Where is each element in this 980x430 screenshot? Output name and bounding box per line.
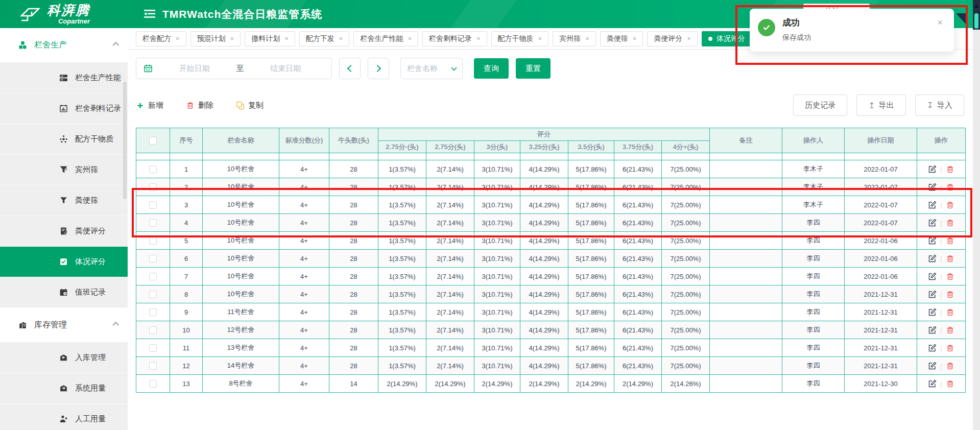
edit-icon[interactable] xyxy=(928,362,937,370)
delete-row-icon[interactable] xyxy=(946,219,954,227)
date-range-input[interactable]: 开始日期 至 结束日期 xyxy=(136,58,332,79)
scroll-up-arrow-icon[interactable] xyxy=(974,4,978,8)
end-date-placeholder[interactable]: 结束日期 xyxy=(247,64,325,74)
delete-row-icon[interactable] xyxy=(946,362,954,370)
edit-icon[interactable] xyxy=(928,308,937,317)
row-checkbox[interactable] xyxy=(149,308,157,316)
select-all-checkbox[interactable] xyxy=(149,137,157,145)
row-checkbox[interactable] xyxy=(149,362,157,370)
tab-栏舍剩料记录[interactable]: 栏舍剩料记录× xyxy=(422,31,487,46)
copy-button[interactable]: 复制 xyxy=(236,101,264,110)
edit-icon[interactable] xyxy=(928,344,937,352)
edit-icon[interactable] xyxy=(928,201,937,209)
tab-close-icon[interactable]: × xyxy=(284,35,289,42)
sidebar-item-粪便筛[interactable]: 粪便筛 xyxy=(0,185,128,216)
search-button[interactable]: 查询 xyxy=(474,58,509,79)
tab-close-icon[interactable]: × xyxy=(408,35,412,42)
tab-粪便评分[interactable]: 粪便评分× xyxy=(647,31,698,46)
tab-close-icon[interactable]: × xyxy=(176,35,180,42)
reset-button[interactable]: 重置 xyxy=(516,58,551,79)
edit-icon[interactable] xyxy=(928,379,937,388)
barn-name-select[interactable]: 栏舍名称 xyxy=(400,58,463,79)
sidebar-item-栏舍剩料记录[interactable]: 栏舍剩料记录 xyxy=(0,93,128,124)
scrollbar-thumb[interactable] xyxy=(974,13,978,29)
row-checkbox[interactable] xyxy=(149,201,157,209)
delete-row-icon[interactable] xyxy=(946,183,954,192)
row-checkbox[interactable] xyxy=(149,255,157,262)
row-checkbox[interactable] xyxy=(149,237,157,245)
tab-close-icon[interactable]: × xyxy=(585,35,589,42)
delete-row-icon[interactable] xyxy=(946,344,954,352)
edit-icon[interactable] xyxy=(928,219,937,227)
tab-粪便筛[interactable]: 粪便筛× xyxy=(600,31,643,46)
sidebar-item-人工用量[interactable]: 人工用量 xyxy=(0,404,128,430)
cell-standard: 4+ xyxy=(279,375,329,393)
sidebar-item-粪便评分[interactable]: 粪便评分 xyxy=(0,216,128,247)
delete-row-icon[interactable] xyxy=(946,201,954,209)
tab-close-icon[interactable]: × xyxy=(476,35,481,42)
cell-score: 1(3.57%) xyxy=(378,160,426,178)
sidebar-item-体况评分[interactable]: 体况评分 xyxy=(0,247,128,277)
tab-撒料计划[interactable]: 撒料计划× xyxy=(245,31,295,46)
delete-button[interactable]: 删除 xyxy=(186,101,213,110)
row-checkbox[interactable] xyxy=(149,291,157,298)
delete-row-icon[interactable] xyxy=(946,290,954,299)
tab-栏舍生产性能[interactable]: 栏舍生产性能× xyxy=(353,31,418,46)
history-button[interactable]: 历史记录 xyxy=(793,94,847,116)
sidebar-item-库存管理[interactable]: 库存管理 xyxy=(0,308,128,343)
sidebar-item-系统用量[interactable]: 系统用量 xyxy=(0,373,128,404)
sidebar-item-值班记录[interactable]: 值班记录 xyxy=(0,277,128,308)
row-checkbox[interactable] xyxy=(149,219,157,227)
sidebar-scrollbar-thumb[interactable] xyxy=(123,82,127,199)
tab-close-icon[interactable]: × xyxy=(230,35,234,42)
next-day-button[interactable] xyxy=(368,58,389,79)
prev-day-button[interactable] xyxy=(339,58,361,79)
toast-close-icon[interactable]: × xyxy=(937,18,943,27)
tab-close-icon[interactable]: × xyxy=(538,35,542,42)
edit-icon[interactable] xyxy=(928,290,937,299)
tab-配方下发[interactable]: 配方下发× xyxy=(299,31,350,46)
sidebar-item-宾州筛[interactable]: 宾州筛 xyxy=(0,155,128,185)
start-date-placeholder[interactable]: 开始日期 xyxy=(156,64,233,74)
sidebar-item-栏舍生产[interactable]: 栏舍生产 xyxy=(0,28,128,63)
sidebar-item-入库管理[interactable]: 入库管理 xyxy=(0,343,128,373)
edit-icon[interactable] xyxy=(928,326,937,335)
sidebar-item-栏舍生产性能[interactable]: 栏舍生产性能 xyxy=(0,63,128,93)
tab-宾州筛[interactable]: 宾州筛× xyxy=(553,31,596,46)
delete-row-icon[interactable] xyxy=(946,254,954,263)
edit-icon[interactable] xyxy=(928,183,937,192)
tab-配方干物质[interactable]: 配方干物质× xyxy=(491,31,549,46)
cell-score: 4(14.29%) xyxy=(520,303,568,321)
row-checkbox[interactable] xyxy=(149,273,157,280)
row-checkbox[interactable] xyxy=(149,326,157,334)
delete-row-icon[interactable] xyxy=(946,272,954,281)
delete-row-icon[interactable] xyxy=(946,308,954,317)
delete-row-icon[interactable] xyxy=(946,165,954,174)
row-checkbox[interactable] xyxy=(149,380,157,388)
delete-row-icon[interactable] xyxy=(946,236,954,245)
row-checkbox[interactable] xyxy=(149,165,157,173)
delete-row-icon[interactable] xyxy=(946,379,954,388)
export-button[interactable]: ↥ 导出 xyxy=(856,94,905,116)
sidebar-item-配方干物质[interactable]: 配方干物质 xyxy=(0,124,128,155)
row-checkbox[interactable] xyxy=(149,183,157,191)
tab-栏舍配方[interactable]: 栏舍配方× xyxy=(136,31,186,46)
header-corner-icon[interactable] xyxy=(956,13,966,25)
edit-icon[interactable] xyxy=(928,165,937,174)
tab-close-icon[interactable]: × xyxy=(633,35,637,42)
tab-close-icon[interactable]: × xyxy=(339,35,343,42)
edit-icon[interactable] xyxy=(928,236,937,245)
cell-score: 4(14.29%) xyxy=(520,160,568,178)
col-header-score: 2.75分(头) xyxy=(426,140,474,153)
edit-icon[interactable] xyxy=(928,254,937,263)
row-checkbox[interactable] xyxy=(149,344,157,352)
cell-score: 5(17.86%) xyxy=(568,160,614,178)
import-button[interactable]: ↧ 导入 xyxy=(915,94,964,116)
edit-icon[interactable] xyxy=(928,272,937,281)
tab-close-icon[interactable]: × xyxy=(687,35,691,42)
add-button[interactable]: + 新增 xyxy=(136,101,163,110)
sidebar-collapse-icon[interactable] xyxy=(144,9,155,19)
tab-预混计划[interactable]: 预混计划× xyxy=(190,31,241,46)
delete-row-icon[interactable] xyxy=(946,326,954,335)
page-scrollbar[interactable] xyxy=(973,0,980,430)
